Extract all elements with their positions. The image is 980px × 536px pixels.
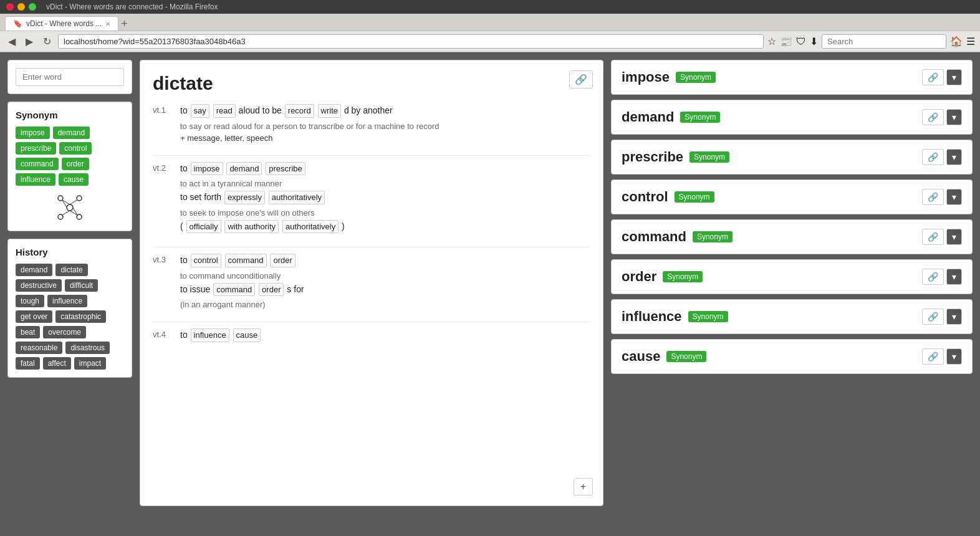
history-tag-disastrous[interactable]: disastrous xyxy=(65,342,110,354)
tag-expressly[interactable]: expressly xyxy=(224,191,265,204)
network-graph-icon[interactable] xyxy=(54,192,85,223)
tag-order[interactable]: order xyxy=(270,254,295,267)
synonym-word-demand[interactable]: demand xyxy=(622,109,674,125)
synonym-expand-btn-demand[interactable]: ▾ xyxy=(946,109,962,125)
address-bar[interactable] xyxy=(58,34,764,49)
tag-officially[interactable]: officially xyxy=(186,220,221,234)
synonym-badge-influence: Synonym xyxy=(688,311,728,322)
maximize-button[interactable] xyxy=(29,3,36,11)
tag-with-authority[interactable]: with authority xyxy=(224,220,279,234)
synonym-link-btn-command[interactable]: 🔗 xyxy=(922,229,944,245)
synonym-tag-order[interactable]: order xyxy=(62,158,89,170)
tag-influence[interactable]: influence xyxy=(191,328,229,342)
synonym-expand-btn-order[interactable]: ▾ xyxy=(946,269,962,285)
synonym-word-order[interactable]: order xyxy=(622,269,656,285)
synonym-actions-demand: 🔗 ▾ xyxy=(922,109,962,125)
synonym-link-btn-prescribe[interactable]: 🔗 xyxy=(922,149,944,165)
synonym-tag-cause[interactable]: cause xyxy=(59,173,89,186)
synonym-link-btn-control[interactable]: 🔗 xyxy=(922,189,944,205)
word-search-input[interactable] xyxy=(16,68,124,86)
tag-authoritatively2[interactable]: authoritatively xyxy=(282,220,339,234)
synonym-word-control[interactable]: control xyxy=(622,189,668,205)
history-tag-fatal[interactable]: fatal xyxy=(16,357,40,370)
synonym-word-command[interactable]: command xyxy=(622,229,686,245)
synonym-expand-btn-impose[interactable]: ▾ xyxy=(946,69,962,85)
synonym-tag-control[interactable]: control xyxy=(59,142,92,155)
tag-authoritatively[interactable]: authoritatively xyxy=(269,191,325,204)
reader-icon[interactable]: 📰 xyxy=(780,36,792,47)
synonym-word-influence[interactable]: influence xyxy=(622,309,682,325)
tag-command2[interactable]: command xyxy=(213,283,255,297)
synonym-badge-cause: Synonym xyxy=(666,351,706,362)
synonym-link-btn-influence[interactable]: 🔗 xyxy=(922,309,944,325)
tag-record[interactable]: record xyxy=(285,104,314,118)
tag-control[interactable]: control xyxy=(191,254,221,267)
tag-cause[interactable]: cause xyxy=(233,328,261,342)
synonym-link-btn-cause[interactable]: 🔗 xyxy=(922,348,944,365)
synonym-tag-influence[interactable]: influence xyxy=(16,173,55,186)
tab-bar: 🔖 vDict - Where words ... ✕ + xyxy=(0,14,980,31)
minimize-button[interactable] xyxy=(17,3,25,11)
def-line-vt1-1: to say read aloud to be record write d b… xyxy=(180,104,590,118)
history-tag-difficult[interactable]: difficult xyxy=(65,279,98,292)
history-tag-get over[interactable]: get over xyxy=(16,310,52,323)
synonym-expand-btn-influence[interactable]: ▾ xyxy=(946,309,962,325)
history-tag-tough[interactable]: tough xyxy=(16,295,44,307)
synonym-badge-order: Synonym xyxy=(663,271,703,282)
tag-say[interactable]: say xyxy=(191,104,209,118)
tag-prescribe[interactable]: prescribe xyxy=(266,162,305,176)
synonym-badge-prescribe: Synonym xyxy=(689,151,729,163)
tag-read[interactable]: read xyxy=(213,104,236,118)
close-button[interactable] xyxy=(6,3,14,11)
new-tab-button[interactable]: + xyxy=(121,17,128,31)
synonym-expand-btn-command[interactable]: ▾ xyxy=(946,229,962,245)
def-content-vt1: to say read aloud to be record write d b… xyxy=(180,104,590,145)
synonym-tag-command[interactable]: command xyxy=(16,158,59,170)
right-panel: impose Synonym 🔗 ▾ demand Synonym 🔗 ▾ pr… xyxy=(611,60,973,506)
synonym-word-impose[interactable]: impose xyxy=(622,69,670,85)
expand-button[interactable]: + xyxy=(574,478,593,495)
tag-order2[interactable]: order xyxy=(259,283,284,297)
synonym-tag-impose[interactable]: impose xyxy=(16,127,50,139)
history-tag-catastrophic[interactable]: catastrophic xyxy=(55,310,106,323)
synonym-actions-command: 🔗 ▾ xyxy=(922,229,962,245)
link-button[interactable]: 🔗 xyxy=(569,70,593,89)
home-icon[interactable]: 🏠 xyxy=(950,36,963,47)
synonym-expand-btn-prescribe[interactable]: ▾ xyxy=(946,149,962,165)
shield-icon[interactable]: 🛡 xyxy=(796,36,806,47)
tab-favicon: 🔖 xyxy=(13,19,22,28)
synonym-tag-prescribe[interactable]: prescribe xyxy=(16,142,56,155)
back-button[interactable]: ◀ xyxy=(5,34,19,49)
refresh-button[interactable]: ↻ xyxy=(40,34,54,49)
bookmark-icon[interactable]: ☆ xyxy=(767,36,776,47)
plus-more-vt1: + message, letter, speech xyxy=(180,133,590,143)
definition-vt1: vt.1 to say read aloud to be record writ… xyxy=(153,104,590,145)
history-tag-overcome[interactable]: overcome xyxy=(43,326,86,338)
synonym-link-btn-order[interactable]: 🔗 xyxy=(922,269,944,285)
synonym-word-cause[interactable]: cause xyxy=(622,348,660,365)
history-tag-beat[interactable]: beat xyxy=(16,326,40,338)
synonym-expand-btn-cause[interactable]: ▾ xyxy=(946,348,962,365)
synonym-expand-btn-control[interactable]: ▾ xyxy=(946,189,962,205)
synonym-tag-demand[interactable]: demand xyxy=(53,127,90,139)
history-tag-impact[interactable]: impact xyxy=(74,357,106,370)
download-icon[interactable]: ⬇ xyxy=(810,36,818,47)
history-tag-influence[interactable]: influence xyxy=(47,295,87,307)
history-tag-demand[interactable]: demand xyxy=(16,264,52,276)
history-tag-reasonable[interactable]: reasonable xyxy=(16,342,62,354)
tag-write[interactable]: write xyxy=(318,104,341,118)
synonym-link-btn-impose[interactable]: 🔗 xyxy=(922,69,944,85)
menu-icon[interactable]: ☰ xyxy=(966,36,975,47)
tag-impose[interactable]: impose xyxy=(191,162,223,176)
browser-search-input[interactable] xyxy=(822,34,946,49)
tag-command[interactable]: command xyxy=(225,254,267,267)
tab-close-button[interactable]: ✕ xyxy=(105,21,110,27)
history-tag-destructive[interactable]: destructive xyxy=(16,279,62,292)
history-tag-dictate[interactable]: dictate xyxy=(55,264,87,276)
forward-button[interactable]: ▶ xyxy=(22,34,36,49)
history-tag-affect[interactable]: affect xyxy=(43,357,71,370)
synonym-word-prescribe[interactable]: prescribe xyxy=(622,149,683,165)
synonym-link-btn-demand[interactable]: 🔗 xyxy=(922,109,944,125)
active-tab[interactable]: 🔖 vDict - Where words ... ✕ xyxy=(5,16,118,31)
tag-demand[interactable]: demand xyxy=(226,162,262,176)
